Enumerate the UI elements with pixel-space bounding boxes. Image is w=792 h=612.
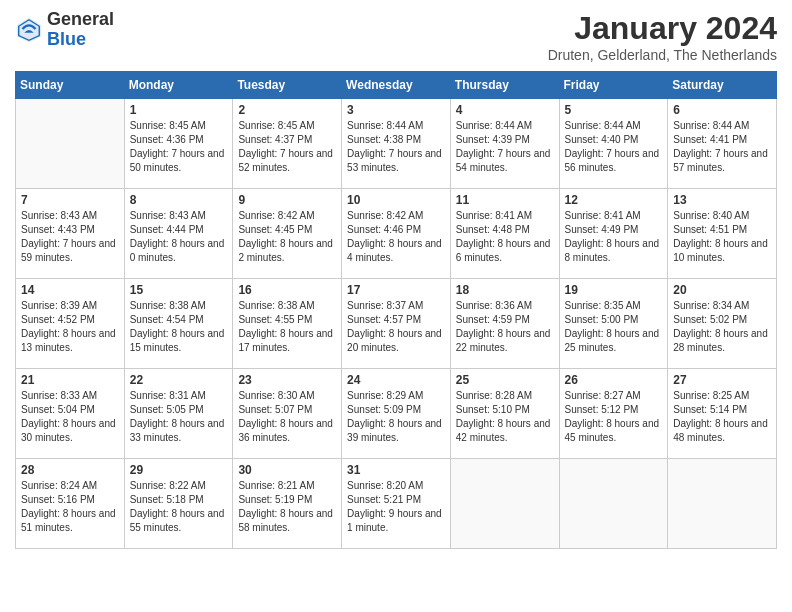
- cell-text: Sunrise: 8:29 AMSunset: 5:09 PMDaylight:…: [347, 390, 442, 443]
- weekday-header-tuesday: Tuesday: [233, 72, 342, 99]
- day-number: 21: [21, 373, 119, 387]
- calendar-cell: 13Sunrise: 8:40 AMSunset: 4:51 PMDayligh…: [668, 189, 777, 279]
- calendar-cell: 29Sunrise: 8:22 AMSunset: 5:18 PMDayligh…: [124, 459, 233, 549]
- cell-text: Sunrise: 8:38 AMSunset: 4:55 PMDaylight:…: [238, 300, 333, 353]
- weekday-header-monday: Monday: [124, 72, 233, 99]
- calendar-cell: 27Sunrise: 8:25 AMSunset: 5:14 PMDayligh…: [668, 369, 777, 459]
- calendar-cell: 12Sunrise: 8:41 AMSunset: 4:49 PMDayligh…: [559, 189, 668, 279]
- calendar-cell: 17Sunrise: 8:37 AMSunset: 4:57 PMDayligh…: [342, 279, 451, 369]
- calendar-cell: 5Sunrise: 8:44 AMSunset: 4:40 PMDaylight…: [559, 99, 668, 189]
- day-number: 6: [673, 103, 771, 117]
- cell-text: Sunrise: 8:30 AMSunset: 5:07 PMDaylight:…: [238, 390, 333, 443]
- logo-text: General Blue: [47, 10, 114, 50]
- day-number: 11: [456, 193, 554, 207]
- calendar-cell: 1Sunrise: 8:45 AMSunset: 4:36 PMDaylight…: [124, 99, 233, 189]
- logo-icon: [15, 16, 43, 44]
- logo-general: General: [47, 10, 114, 30]
- weekday-header-wednesday: Wednesday: [342, 72, 451, 99]
- cell-text: Sunrise: 8:38 AMSunset: 4:54 PMDaylight:…: [130, 300, 225, 353]
- calendar-cell: 7Sunrise: 8:43 AMSunset: 4:43 PMDaylight…: [16, 189, 125, 279]
- calendar-cell: 30Sunrise: 8:21 AMSunset: 5:19 PMDayligh…: [233, 459, 342, 549]
- day-number: 30: [238, 463, 336, 477]
- cell-text: Sunrise: 8:27 AMSunset: 5:12 PMDaylight:…: [565, 390, 660, 443]
- day-number: 1: [130, 103, 228, 117]
- location: Druten, Gelderland, The Netherlands: [548, 47, 777, 63]
- cell-text: Sunrise: 8:40 AMSunset: 4:51 PMDaylight:…: [673, 210, 768, 263]
- day-number: 31: [347, 463, 445, 477]
- day-number: 20: [673, 283, 771, 297]
- week-row-5: 28Sunrise: 8:24 AMSunset: 5:16 PMDayligh…: [16, 459, 777, 549]
- calendar-cell: 25Sunrise: 8:28 AMSunset: 5:10 PMDayligh…: [450, 369, 559, 459]
- cell-text: Sunrise: 8:36 AMSunset: 4:59 PMDaylight:…: [456, 300, 551, 353]
- day-number: 15: [130, 283, 228, 297]
- cell-text: Sunrise: 8:45 AMSunset: 4:36 PMDaylight:…: [130, 120, 225, 173]
- calendar-cell: 9Sunrise: 8:42 AMSunset: 4:45 PMDaylight…: [233, 189, 342, 279]
- calendar-cell: 15Sunrise: 8:38 AMSunset: 4:54 PMDayligh…: [124, 279, 233, 369]
- logo: General Blue: [15, 10, 114, 50]
- calendar-cell: 4Sunrise: 8:44 AMSunset: 4:39 PMDaylight…: [450, 99, 559, 189]
- day-number: 19: [565, 283, 663, 297]
- day-number: 13: [673, 193, 771, 207]
- day-number: 12: [565, 193, 663, 207]
- day-number: 4: [456, 103, 554, 117]
- day-number: 16: [238, 283, 336, 297]
- weekday-header-sunday: Sunday: [16, 72, 125, 99]
- cell-text: Sunrise: 8:24 AMSunset: 5:16 PMDaylight:…: [21, 480, 116, 533]
- cell-text: Sunrise: 8:31 AMSunset: 5:05 PMDaylight:…: [130, 390, 225, 443]
- cell-text: Sunrise: 8:44 AMSunset: 4:41 PMDaylight:…: [673, 120, 768, 173]
- calendar-cell: 18Sunrise: 8:36 AMSunset: 4:59 PMDayligh…: [450, 279, 559, 369]
- cell-text: Sunrise: 8:42 AMSunset: 4:46 PMDaylight:…: [347, 210, 442, 263]
- calendar-cell: 14Sunrise: 8:39 AMSunset: 4:52 PMDayligh…: [16, 279, 125, 369]
- calendar-cell: [559, 459, 668, 549]
- cell-text: Sunrise: 8:28 AMSunset: 5:10 PMDaylight:…: [456, 390, 551, 443]
- day-number: 22: [130, 373, 228, 387]
- calendar-cell: [668, 459, 777, 549]
- cell-text: Sunrise: 8:39 AMSunset: 4:52 PMDaylight:…: [21, 300, 116, 353]
- calendar-cell: 6Sunrise: 8:44 AMSunset: 4:41 PMDaylight…: [668, 99, 777, 189]
- cell-text: Sunrise: 8:37 AMSunset: 4:57 PMDaylight:…: [347, 300, 442, 353]
- calendar-cell: 2Sunrise: 8:45 AMSunset: 4:37 PMDaylight…: [233, 99, 342, 189]
- day-number: 23: [238, 373, 336, 387]
- day-number: 14: [21, 283, 119, 297]
- cell-text: Sunrise: 8:41 AMSunset: 4:48 PMDaylight:…: [456, 210, 551, 263]
- day-number: 7: [21, 193, 119, 207]
- cell-text: Sunrise: 8:21 AMSunset: 5:19 PMDaylight:…: [238, 480, 333, 533]
- calendar-cell: 22Sunrise: 8:31 AMSunset: 5:05 PMDayligh…: [124, 369, 233, 459]
- calendar-cell: 19Sunrise: 8:35 AMSunset: 5:00 PMDayligh…: [559, 279, 668, 369]
- week-row-3: 14Sunrise: 8:39 AMSunset: 4:52 PMDayligh…: [16, 279, 777, 369]
- calendar-cell: 28Sunrise: 8:24 AMSunset: 5:16 PMDayligh…: [16, 459, 125, 549]
- cell-text: Sunrise: 8:44 AMSunset: 4:40 PMDaylight:…: [565, 120, 660, 173]
- week-row-1: 1Sunrise: 8:45 AMSunset: 4:36 PMDaylight…: [16, 99, 777, 189]
- calendar-cell: 10Sunrise: 8:42 AMSunset: 4:46 PMDayligh…: [342, 189, 451, 279]
- weekday-header-saturday: Saturday: [668, 72, 777, 99]
- calendar-cell: [450, 459, 559, 549]
- cell-text: Sunrise: 8:20 AMSunset: 5:21 PMDaylight:…: [347, 480, 442, 533]
- day-number: 18: [456, 283, 554, 297]
- day-number: 27: [673, 373, 771, 387]
- weekday-header-friday: Friday: [559, 72, 668, 99]
- cell-text: Sunrise: 8:33 AMSunset: 5:04 PMDaylight:…: [21, 390, 116, 443]
- calendar-cell: 24Sunrise: 8:29 AMSunset: 5:09 PMDayligh…: [342, 369, 451, 459]
- day-number: 8: [130, 193, 228, 207]
- calendar-cell: [16, 99, 125, 189]
- cell-text: Sunrise: 8:34 AMSunset: 5:02 PMDaylight:…: [673, 300, 768, 353]
- day-number: 5: [565, 103, 663, 117]
- day-number: 3: [347, 103, 445, 117]
- calendar-cell: 11Sunrise: 8:41 AMSunset: 4:48 PMDayligh…: [450, 189, 559, 279]
- calendar-cell: 31Sunrise: 8:20 AMSunset: 5:21 PMDayligh…: [342, 459, 451, 549]
- day-number: 10: [347, 193, 445, 207]
- calendar-cell: 16Sunrise: 8:38 AMSunset: 4:55 PMDayligh…: [233, 279, 342, 369]
- month-title: January 2024: [548, 10, 777, 47]
- calendar-cell: 21Sunrise: 8:33 AMSunset: 5:04 PMDayligh…: [16, 369, 125, 459]
- cell-text: Sunrise: 8:22 AMSunset: 5:18 PMDaylight:…: [130, 480, 225, 533]
- cell-text: Sunrise: 8:42 AMSunset: 4:45 PMDaylight:…: [238, 210, 333, 263]
- day-number: 25: [456, 373, 554, 387]
- calendar-cell: 8Sunrise: 8:43 AMSunset: 4:44 PMDaylight…: [124, 189, 233, 279]
- day-number: 24: [347, 373, 445, 387]
- cell-text: Sunrise: 8:35 AMSunset: 5:00 PMDaylight:…: [565, 300, 660, 353]
- calendar-cell: 26Sunrise: 8:27 AMSunset: 5:12 PMDayligh…: [559, 369, 668, 459]
- day-number: 17: [347, 283, 445, 297]
- day-number: 28: [21, 463, 119, 477]
- cell-text: Sunrise: 8:43 AMSunset: 4:44 PMDaylight:…: [130, 210, 225, 263]
- cell-text: Sunrise: 8:44 AMSunset: 4:39 PMDaylight:…: [456, 120, 551, 173]
